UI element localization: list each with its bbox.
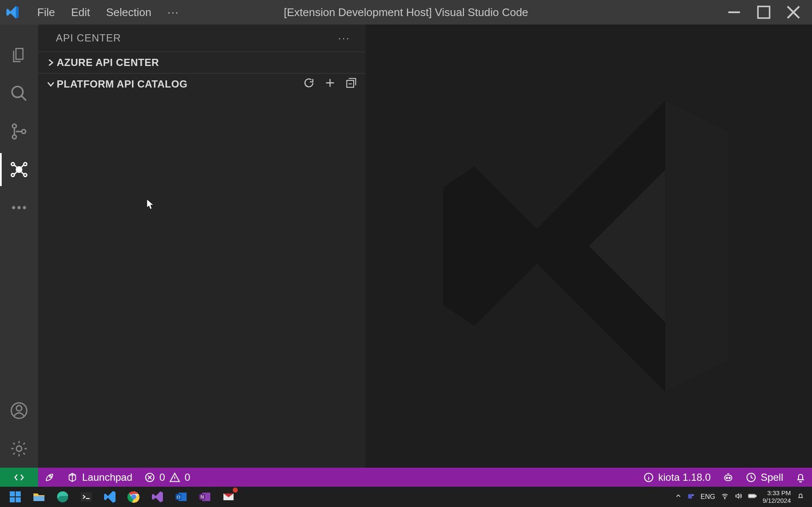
system-tray: ENG 3:33 PM 9/12/2024 — [675, 489, 809, 504]
activity-bar — [0, 25, 38, 468]
warning-count: 0 — [184, 471, 190, 483]
chevron-down-icon — [45, 79, 57, 89]
svg-point-7 — [11, 173, 14, 176]
visual-studio-icon[interactable] — [147, 488, 168, 505]
chrome-icon[interactable] — [124, 488, 144, 505]
file-explorer-icon[interactable] — [29, 488, 49, 505]
info-icon — [643, 472, 654, 483]
status-bar: Launchpad 0 0 kiota 1.18.0 Spell — [0, 468, 812, 487]
svg-point-14 — [17, 406, 22, 411]
tray-language[interactable]: ENG — [701, 493, 716, 501]
settings-gear-icon[interactable] — [0, 430, 38, 468]
account-icon[interactable] — [0, 392, 38, 430]
status-problems[interactable]: 0 0 — [138, 471, 196, 483]
panel-more-icon[interactable]: ··· — [338, 32, 355, 44]
svg-point-4 — [22, 129, 25, 133]
tray-battery-icon[interactable] — [748, 493, 757, 501]
explorer-icon[interactable] — [0, 36, 38, 74]
panel-header: API CENTER ··· — [38, 25, 366, 52]
sidebar: API CENTER ··· AZURE API CENTER PLATFORM… — [38, 25, 366, 468]
status-kiota[interactable]: kiota 1.18.0 — [637, 471, 717, 483]
svg-point-3 — [12, 135, 16, 139]
svg-point-6 — [11, 163, 14, 166]
svg-text:O: O — [177, 494, 180, 499]
svg-point-40 — [692, 494, 694, 496]
section-label: PLATFORM API CATALOG — [57, 78, 187, 90]
section-label: AZURE API CENTER — [57, 57, 159, 69]
status-spell-label: Spell — [761, 471, 783, 483]
svg-point-10 — [12, 206, 15, 209]
onenote-icon[interactable]: N — [195, 488, 215, 505]
source-control-icon[interactable] — [0, 112, 38, 151]
tree-section-platform-api-catalog[interactable]: PLATFORM API CATALOG — [38, 74, 366, 95]
outlook-icon[interactable]: O — [171, 488, 191, 505]
terminal-icon[interactable] — [76, 488, 96, 505]
svg-point-17 — [50, 475, 51, 477]
tree-section-azure-api-center[interactable]: AZURE API CENTER — [38, 52, 366, 73]
remote-indicator-icon[interactable] — [0, 468, 38, 487]
svg-point-12 — [23, 206, 26, 209]
svg-point-41 — [725, 498, 726, 499]
windows-start-icon[interactable] — [5, 488, 25, 505]
menu-edit[interactable]: Edit — [71, 6, 90, 19]
status-spell[interactable]: Spell — [740, 471, 789, 483]
svg-point-11 — [17, 206, 20, 209]
svg-rect-43 — [749, 495, 755, 497]
svg-rect-25 — [16, 491, 21, 496]
svg-point-15 — [17, 446, 22, 452]
svg-text:N: N — [201, 494, 204, 499]
panel-title: API CENTER — [56, 32, 121, 44]
collapse-all-icon[interactable] — [345, 77, 357, 91]
error-icon — [144, 472, 155, 483]
svg-point-2 — [12, 124, 16, 128]
refresh-icon[interactable] — [303, 77, 315, 91]
svg-rect-0 — [758, 6, 770, 18]
svg-point-9 — [24, 173, 27, 176]
titlebar: File Edit Selection ··· [Extension Devel… — [0, 0, 812, 25]
window-maximize-button[interactable] — [754, 3, 773, 22]
svg-point-21 — [726, 477, 727, 478]
vscode-watermark-icon — [416, 73, 762, 419]
tray-clock[interactable]: 3:33 PM 9/12/2024 — [762, 489, 791, 504]
svg-rect-20 — [724, 475, 732, 480]
menu-overflow[interactable]: ··· — [168, 6, 179, 19]
svg-point-8 — [24, 163, 27, 166]
edge-icon[interactable] — [52, 488, 73, 505]
tray-teams-icon[interactable] — [687, 492, 695, 502]
svg-point-1 — [12, 87, 23, 98]
svg-rect-29 — [81, 492, 92, 502]
editor-area — [366, 25, 812, 468]
tray-volume-icon[interactable] — [735, 492, 742, 502]
warning-icon — [169, 472, 180, 483]
tray-chevron-up-icon[interactable] — [675, 493, 681, 501]
svg-rect-39 — [688, 494, 692, 499]
status-rocket[interactable] — [38, 472, 61, 483]
more-icon[interactable] — [0, 189, 38, 227]
status-launchpad[interactable]: Launchpad — [61, 471, 138, 483]
svg-rect-26 — [10, 497, 15, 502]
mail-icon[interactable] — [218, 488, 239, 505]
history-icon — [746, 472, 757, 483]
tray-notifications-icon[interactable] — [797, 492, 804, 502]
windows-taskbar: O N ENG 3:33 PM 9/12/2024 — [0, 487, 812, 507]
window-close-button[interactable] — [784, 3, 803, 22]
menu-file[interactable]: File — [37, 6, 55, 19]
bell-icon[interactable] — [789, 472, 812, 483]
svg-rect-27 — [16, 497, 21, 502]
window-minimize-button[interactable] — [725, 3, 743, 22]
vscode-logo — [0, 5, 25, 19]
copilot-icon[interactable] — [717, 472, 740, 483]
add-icon[interactable] — [324, 77, 336, 91]
status-launchpad-label: Launchpad — [82, 471, 132, 483]
menu-selection[interactable]: Selection — [106, 6, 151, 19]
svg-point-22 — [729, 477, 730, 478]
search-icon[interactable] — [0, 74, 38, 112]
tray-time: 3:33 PM — [762, 489, 791, 497]
status-kiota-label: kiota 1.18.0 — [658, 471, 711, 483]
chevron-right-icon — [45, 58, 57, 67]
api-center-icon[interactable] — [0, 151, 38, 189]
svg-rect-24 — [10, 491, 15, 496]
error-count: 0 — [160, 471, 165, 483]
tray-wifi-icon[interactable] — [721, 492, 729, 502]
vscode-icon[interactable] — [100, 488, 120, 505]
